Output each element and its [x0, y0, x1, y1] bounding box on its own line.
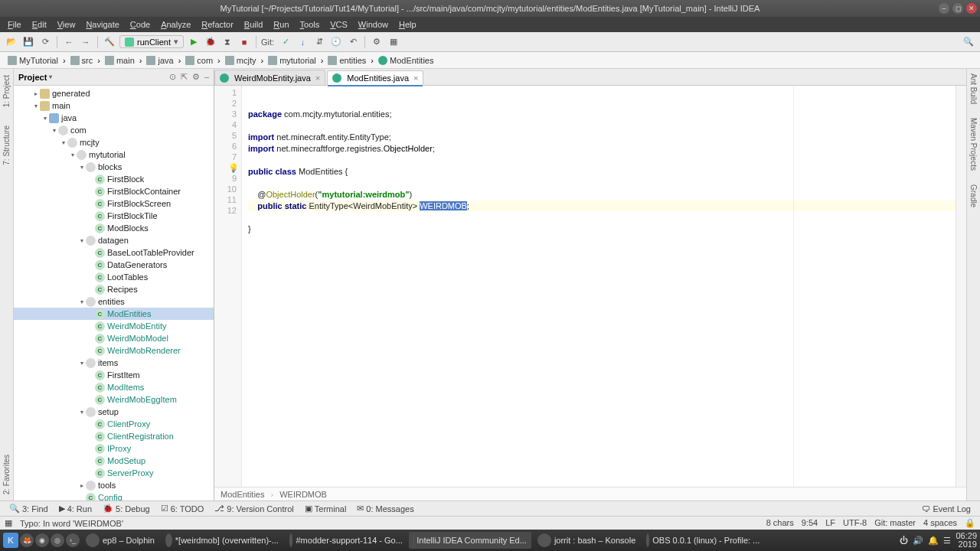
tool-run-tab[interactable]: ▶ 4: Run: [54, 503, 96, 514]
project-view-selector[interactable]: Project: [18, 73, 52, 82]
tree-row[interactable]: CClientProxy: [14, 418, 214, 430]
tool-project-tab[interactable]: 1: Project: [2, 75, 11, 107]
editor-tab[interactable]: ModEntities.java×: [327, 70, 423, 86]
tree-row[interactable]: ▾entities: [14, 295, 214, 308]
tree-row[interactable]: CFirstBlock: [14, 173, 214, 185]
menu-refactor[interactable]: Refactor: [197, 18, 238, 31]
tree-row[interactable]: CWeirdMobEggItem: [14, 393, 214, 406]
breadcrumb-item[interactable]: ModEntities: [220, 490, 264, 499]
tree-arrow-icon[interactable]: ▾: [41, 115, 49, 122]
tool-debug-tab[interactable]: 🐞 5: Debug: [98, 503, 155, 514]
tree-row[interactable]: CFirstBlockContainer: [14, 185, 214, 197]
tree-row[interactable]: ▾blocks: [14, 161, 214, 173]
taskbar-task[interactable]: jorrit : bash – Konsole: [533, 532, 640, 549]
tree-row[interactable]: CModItems: [14, 381, 214, 393]
profile-icon[interactable]: ⧗: [220, 35, 234, 49]
git-compare-icon[interactable]: ⇵: [312, 35, 326, 49]
caret-position[interactable]: 9:54: [802, 518, 818, 528]
nav-item[interactable]: ModEntities: [375, 55, 436, 66]
firefox-icon[interactable]: 🦊: [20, 533, 34, 547]
tree-row[interactable]: CModBlocks: [14, 222, 214, 234]
taskbar-task[interactable]: IntelliJ IDEA Community Ed...: [409, 532, 531, 549]
tool-window-quick-access-icon[interactable]: ▦: [5, 518, 12, 528]
collapse-icon[interactable]: ⇱: [181, 72, 188, 82]
tool-gradle-tab[interactable]: Gradle: [969, 184, 978, 207]
menu-file[interactable]: File: [3, 18, 26, 31]
git-history-icon[interactable]: 🕘: [329, 35, 343, 49]
nav-item[interactable]: mcjty: [222, 55, 260, 66]
hide-icon[interactable]: –: [204, 72, 209, 82]
close-tab-icon[interactable]: ×: [413, 73, 418, 83]
close-tab-icon[interactable]: ×: [315, 73, 320, 83]
tree-row[interactable]: CFirstBlockScreen: [14, 197, 214, 210]
debug-icon[interactable]: 🐞: [204, 35, 217, 49]
terminal-icon[interactable]: ›_: [66, 533, 80, 547]
taskbar-task[interactable]: OBS 0.0.1 (linux) - Profile: ...: [642, 532, 764, 549]
tree-arrow-icon[interactable]: ▾: [60, 139, 67, 146]
tree-arrow-icon[interactable]: ▾: [69, 152, 77, 158]
code-editor[interactable]: package com.mcjty.mytutorial.entities; i…: [242, 86, 956, 487]
tree-row[interactable]: CConfig: [14, 491, 214, 500]
tree-arrow-icon[interactable]: ▾: [51, 127, 58, 134]
tray-icon[interactable]: ☰: [943, 536, 951, 546]
save-icon[interactable]: 💾: [21, 35, 35, 49]
tree-row[interactable]: ▾datagen: [14, 234, 214, 246]
menu-window[interactable]: Window: [354, 18, 393, 31]
clock[interactable]: 06:29 2019: [956, 532, 977, 549]
module-icon[interactable]: ▦: [387, 35, 400, 49]
tree-row[interactable]: CDataGenerators: [14, 259, 214, 271]
nav-item[interactable]: mytutorial: [265, 55, 319, 66]
tree-row[interactable]: ▾java: [14, 112, 214, 124]
obs-icon[interactable]: ◎: [51, 533, 64, 547]
tree-row[interactable]: CRecipes: [14, 283, 214, 295]
nav-item[interactable]: entities: [325, 55, 369, 66]
tree-row[interactable]: ▾setup: [14, 406, 214, 418]
nav-item[interactable]: com: [182, 55, 216, 66]
menu-help[interactable]: Help: [394, 18, 421, 31]
intention-bulb-icon[interactable]: 💡: [228, 162, 239, 173]
git-commit-icon[interactable]: ✓: [279, 35, 292, 49]
tree-row[interactable]: ▾main: [14, 99, 214, 112]
tree-row[interactable]: ▾com: [14, 124, 214, 136]
open-icon[interactable]: 📂: [5, 35, 18, 49]
nav-item[interactable]: java: [143, 55, 176, 66]
tree-arrow-icon[interactable]: ▾: [78, 409, 86, 416]
run-icon[interactable]: ▶: [187, 35, 201, 49]
tray-icon[interactable]: 🔊: [913, 536, 923, 546]
run-config-selector[interactable]: runClient ▾: [119, 35, 184, 48]
tree-row[interactable]: CWeirdMobRenderer: [14, 344, 214, 357]
tree-row[interactable]: CWeirdMobModel: [14, 332, 214, 344]
forward-icon[interactable]: →: [79, 35, 93, 49]
tree-row[interactable]: CWeirdMobEntity: [14, 320, 214, 332]
editor-tab[interactable]: WeirdMobEntity.java×: [214, 70, 325, 85]
event-log-tab[interactable]: 🗨 Event Log: [917, 504, 975, 514]
settings-icon[interactable]: ⚙: [370, 35, 384, 49]
tool-messages-tab[interactable]: ✉ 0: Messages: [352, 503, 418, 514]
menu-vcs[interactable]: VCS: [325, 18, 352, 31]
menu-code[interactable]: Code: [126, 18, 155, 31]
gear-icon[interactable]: ⚙: [192, 72, 200, 82]
tool-favorites-tab[interactable]: 2: Favorites: [2, 455, 11, 494]
nav-item[interactable]: main: [102, 55, 138, 66]
tree-arrow-icon[interactable]: ▾: [78, 164, 86, 171]
tree-row[interactable]: ▸generated: [14, 87, 214, 99]
back-icon[interactable]: ←: [62, 35, 76, 49]
tree-row[interactable]: CIProxy: [14, 442, 214, 455]
window-close-icon[interactable]: ✕: [966, 3, 977, 14]
tool-todo-tab[interactable]: ☑ 6: TODO: [156, 503, 209, 514]
menu-view[interactable]: View: [53, 18, 80, 31]
git-revert-icon[interactable]: ↶: [346, 35, 360, 49]
stop-icon[interactable]: ■: [237, 35, 251, 49]
menu-analyze[interactable]: Analyze: [156, 18, 195, 31]
sync-icon[interactable]: ⟳: [38, 35, 52, 49]
tree-row[interactable]: ▸tools: [14, 479, 214, 491]
taskbar-task[interactable]: *[weirdmob] (overwritten)-...: [161, 532, 283, 549]
menu-run[interactable]: Run: [269, 18, 293, 31]
tree-row[interactable]: ▾mytutorial: [14, 148, 214, 161]
taskbar-task[interactable]: #modder-support-114 - Go...: [285, 532, 407, 549]
tree-arrow-icon[interactable]: ▸: [32, 90, 40, 97]
search-everywhere-icon[interactable]: 🔍: [962, 35, 975, 49]
tree-arrow-icon[interactable]: ▾: [32, 103, 40, 109]
tree-row[interactable]: CClientRegistration: [14, 430, 214, 442]
tray-icon[interactable]: ⏻: [900, 536, 908, 545]
